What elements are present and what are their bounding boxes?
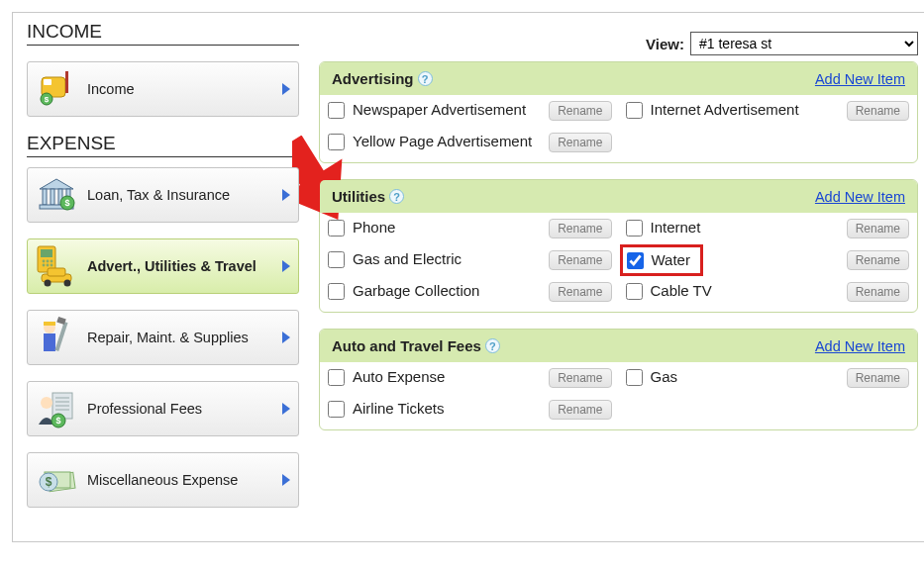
label-gas-electric: Gas and Electric xyxy=(353,250,462,268)
rename-gas-electric[interactable]: Rename xyxy=(549,250,611,270)
rename-yellowpage-ad[interactable]: Rename xyxy=(549,133,611,152)
svg-text:$: $ xyxy=(45,95,50,104)
rename-phone[interactable]: Rename xyxy=(549,219,611,238)
svg-rect-17 xyxy=(41,249,52,257)
content-area: Advertising ? Add New Item Newspaper Adv… xyxy=(319,61,918,523)
svg-text:$: $ xyxy=(55,416,60,426)
highlighted-water-item: Water xyxy=(620,244,703,276)
svg-point-26 xyxy=(45,280,51,287)
svg-text:$: $ xyxy=(46,475,52,489)
svg-point-23 xyxy=(51,264,53,267)
label-yellowpage-ad: Yellow Page Advertisement xyxy=(353,133,532,150)
expense-section-header: EXPENSE xyxy=(27,133,299,157)
rename-cable-tv[interactable]: Rename xyxy=(847,282,909,302)
svg-marker-48 xyxy=(282,474,290,486)
person-document-icon: $ xyxy=(34,387,79,430)
svg-marker-7 xyxy=(40,179,73,189)
checkbox-yellowpage-ad[interactable] xyxy=(328,134,345,150)
nav-income-label: Income xyxy=(79,81,282,97)
nav-repair-maint-supplies[interactable]: Repair, Maint. & Supplies xyxy=(27,310,299,365)
checkbox-water[interactable] xyxy=(627,252,644,269)
worker-icon xyxy=(34,316,79,359)
chevron-right-icon xyxy=(282,189,290,201)
chevron-right-icon xyxy=(282,474,290,486)
rename-internet-ad[interactable]: Rename xyxy=(847,101,909,121)
label-garbage: Garbage Collection xyxy=(353,282,479,300)
checkbox-auto-expense[interactable] xyxy=(328,369,345,386)
svg-point-21 xyxy=(43,264,46,267)
nav-misc-label: Miscellaneous Expense xyxy=(79,472,282,488)
rename-gas[interactable]: Rename xyxy=(847,368,909,388)
group-utilities-title: Utilities xyxy=(332,188,385,205)
settings-panel: INCOME View: #1 teresa st $ In xyxy=(12,12,924,542)
label-water: Water xyxy=(652,251,690,269)
view-select[interactable]: #1 teresa st xyxy=(690,32,918,55)
checkbox-airline[interactable] xyxy=(328,401,345,418)
label-internet-ad: Internet Advertisement xyxy=(651,101,799,119)
svg-rect-31 xyxy=(44,333,55,351)
svg-point-22 xyxy=(47,264,50,267)
rename-water[interactable]: Rename xyxy=(847,250,909,270)
checkbox-gas-electric[interactable] xyxy=(328,251,345,268)
checkbox-cable-tv[interactable] xyxy=(626,283,643,300)
svg-rect-8 xyxy=(43,189,47,205)
svg-marker-6 xyxy=(282,83,290,95)
svg-rect-9 xyxy=(51,189,54,205)
rename-garbage[interactable]: Rename xyxy=(549,282,611,302)
label-airline: Airline Tickets xyxy=(353,400,445,418)
svg-point-20 xyxy=(51,260,53,263)
svg-rect-2 xyxy=(44,79,51,85)
checkbox-gas[interactable] xyxy=(626,369,643,386)
chevron-right-icon xyxy=(282,332,290,343)
svg-marker-34 xyxy=(282,332,290,343)
add-item-utilities[interactable]: Add New Item xyxy=(815,189,905,205)
group-auto-travel: Auto and Travel Fees ? Add New Item Auto… xyxy=(319,329,918,430)
add-item-auto-travel[interactable]: Add New Item xyxy=(815,338,905,354)
nav-miscellaneous-expense[interactable]: $ Miscellaneous Expense xyxy=(27,452,299,508)
checkbox-garbage[interactable] xyxy=(328,283,345,300)
label-cable-tv: Cable TV xyxy=(651,282,712,300)
nav-professional-fees[interactable]: $ Professional Fees xyxy=(27,381,299,436)
svg-rect-25 xyxy=(48,268,65,276)
money-stack-icon: $ xyxy=(34,458,79,502)
phone-car-icon xyxy=(34,244,79,288)
nav-loan-label: Loan, Tax & Insurance xyxy=(79,187,282,203)
view-label: View: xyxy=(646,36,684,52)
group-advertising: Advertising ? Add New Item Newspaper Adv… xyxy=(319,61,918,163)
svg-point-27 xyxy=(64,280,71,287)
checkbox-internet-ad[interactable] xyxy=(626,102,643,119)
checkbox-newspaper-ad[interactable] xyxy=(328,102,345,119)
svg-point-40 xyxy=(41,397,52,409)
chevron-right-icon xyxy=(282,260,290,272)
svg-rect-30 xyxy=(44,322,55,326)
checkbox-phone[interactable] xyxy=(328,220,345,237)
group-utilities: Utilities ? Add New Item Phone Rename In… xyxy=(319,179,918,313)
svg-rect-32 xyxy=(54,322,67,351)
left-nav: $ Income EXPENSE xyxy=(27,61,299,523)
checkbox-internet[interactable] xyxy=(626,220,643,237)
label-phone: Phone xyxy=(353,219,395,237)
add-item-advertising[interactable]: Add New Item xyxy=(815,71,905,87)
label-newspaper-ad: Newspaper Advertisement xyxy=(353,101,526,119)
svg-point-19 xyxy=(47,260,50,263)
bank-icon: $ xyxy=(34,173,79,217)
svg-point-18 xyxy=(43,260,46,263)
nav-advert-utilities-travel[interactable]: Advert., Utilities & Travel xyxy=(27,238,299,294)
group-advertising-title: Advertising xyxy=(332,70,414,87)
nav-prof-label: Professional Fees xyxy=(79,401,282,417)
rename-internet[interactable]: Rename xyxy=(847,219,909,238)
help-icon[interactable]: ? xyxy=(389,189,404,204)
label-internet: Internet xyxy=(651,219,701,237)
help-icon[interactable]: ? xyxy=(418,71,433,86)
nav-loan-tax-insurance[interactable]: $ Loan, Tax & Insurance xyxy=(27,167,299,223)
label-gas: Gas xyxy=(651,368,678,386)
help-icon[interactable]: ? xyxy=(485,338,500,353)
nav-repair-label: Repair, Maint. & Supplies xyxy=(79,330,282,345)
group-auto-travel-title: Auto and Travel Fees xyxy=(332,337,481,354)
rename-newspaper-ad[interactable]: Rename xyxy=(549,101,611,121)
chevron-right-icon xyxy=(282,83,290,95)
rename-airline[interactable]: Rename xyxy=(549,400,611,420)
nav-income[interactable]: $ Income xyxy=(27,61,299,117)
rename-auto-expense[interactable]: Rename xyxy=(549,368,611,388)
svg-text:$: $ xyxy=(64,198,69,208)
